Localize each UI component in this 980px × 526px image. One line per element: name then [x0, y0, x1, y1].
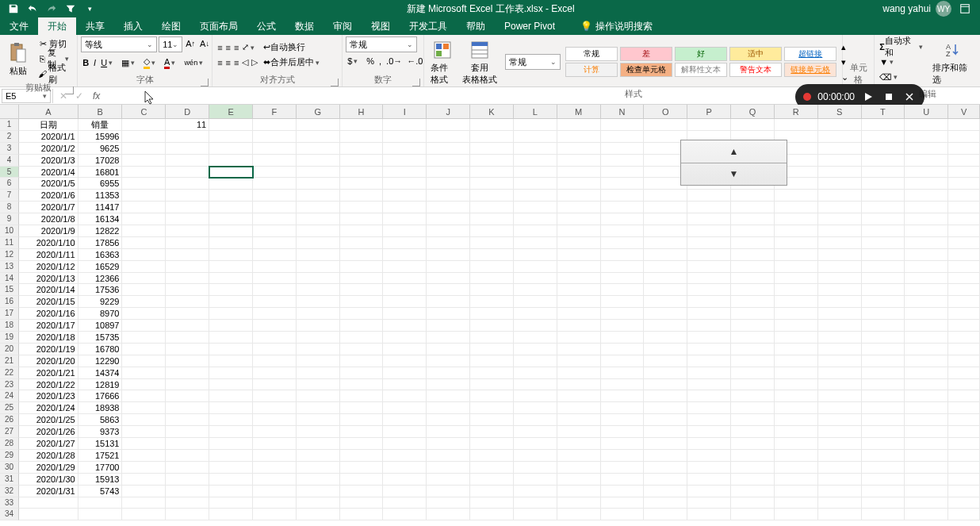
merge-center-button[interactable]: ⬌合并后居中▾ [262, 56, 325, 70]
cell[interactable] [687, 190, 731, 202]
cell[interactable] [166, 344, 209, 355]
cell[interactable] [948, 390, 980, 402]
cell[interactable] [383, 462, 427, 474]
cell[interactable] [253, 320, 297, 332]
cell[interactable]: 11 [166, 119, 209, 131]
cell[interactable]: 2020/1/26 [19, 426, 78, 438]
row-header[interactable]: 33 [0, 497, 19, 509]
cell[interactable] [557, 155, 601, 167]
cell[interactable] [470, 450, 514, 462]
cell[interactable]: 2020/1/15 [19, 296, 78, 308]
cell[interactable] [775, 249, 818, 261]
cell[interactable] [644, 320, 687, 332]
cell[interactable] [427, 202, 470, 213]
cell[interactable] [253, 261, 297, 273]
tab-帮助[interactable]: 帮助 [457, 17, 495, 35]
cell[interactable] [340, 367, 384, 379]
col-header[interactable]: B [78, 105, 123, 119]
cell[interactable]: 2020/1/10 [19, 237, 78, 249]
col-header[interactable]: G [297, 105, 340, 119]
cell[interactable] [383, 190, 427, 202]
cell[interactable] [601, 284, 645, 296]
cell[interactable] [122, 213, 166, 225]
cell[interactable] [601, 261, 645, 273]
cell[interactable] [601, 355, 645, 367]
cell[interactable] [297, 486, 340, 497]
align-top-button[interactable]: ≡ [216, 40, 224, 55]
cell[interactable] [731, 344, 775, 355]
cell[interactable] [427, 426, 470, 438]
cell[interactable] [253, 249, 297, 261]
cell[interactable] [383, 332, 427, 344]
cell[interactable] [514, 474, 557, 486]
style-cell[interactable]: 好 [675, 47, 727, 61]
cell[interactable] [340, 167, 384, 179]
cell[interactable] [731, 249, 775, 261]
cell[interactable] [514, 462, 557, 474]
cell[interactable] [948, 426, 980, 438]
accounting-button[interactable]: $▾ [346, 54, 363, 68]
cell[interactable] [557, 202, 601, 213]
cell[interactable] [687, 273, 731, 285]
cell[interactable] [514, 213, 557, 225]
cell[interactable] [470, 261, 514, 273]
cell[interactable] [297, 296, 340, 308]
tab-开始[interactable]: 开始 [38, 17, 76, 35]
cell[interactable] [383, 426, 427, 438]
cell[interactable] [948, 261, 980, 273]
cell[interactable] [470, 509, 514, 520]
cell[interactable] [775, 426, 818, 438]
cell[interactable] [297, 143, 340, 155]
cell[interactable] [948, 414, 980, 426]
cell[interactable] [731, 355, 775, 367]
cell[interactable]: 销量 [78, 119, 123, 131]
cell[interactable] [775, 332, 818, 344]
cell[interactable] [166, 462, 209, 474]
cell[interactable] [905, 261, 948, 273]
cell[interactable] [818, 273, 862, 285]
cell[interactable] [166, 438, 209, 450]
cell[interactable] [209, 308, 253, 320]
cell[interactable] [644, 450, 687, 462]
cell[interactable] [209, 332, 253, 344]
cell[interactable] [818, 190, 862, 202]
cell[interactable] [122, 155, 166, 167]
cell[interactable] [687, 462, 731, 474]
cell[interactable] [731, 202, 775, 213]
cell[interactable] [122, 344, 166, 355]
paste-button[interactable]: 粘贴 [3, 40, 33, 79]
cell[interactable] [514, 225, 557, 237]
cell[interactable]: 16780 [78, 344, 123, 355]
cell[interactable] [297, 402, 340, 414]
cell[interactable] [514, 167, 557, 179]
cell[interactable] [470, 308, 514, 320]
cell[interactable]: 16363 [78, 249, 123, 261]
cell[interactable] [557, 296, 601, 308]
cell[interactable] [905, 131, 948, 143]
cell[interactable] [601, 486, 645, 497]
cell[interactable] [948, 379, 980, 391]
cell[interactable] [644, 367, 687, 379]
cell[interactable]: 2020/1/18 [19, 332, 78, 344]
cell[interactable] [775, 202, 818, 213]
cell[interactable] [209, 167, 253, 179]
cell[interactable] [731, 462, 775, 474]
cell[interactable] [166, 367, 209, 379]
cell[interactable] [862, 320, 905, 332]
cell[interactable] [514, 202, 557, 213]
cell[interactable] [122, 225, 166, 237]
cell[interactable] [297, 202, 340, 213]
clipboard-launcher[interactable] [66, 86, 74, 94]
cell[interactable]: 10897 [78, 320, 123, 332]
cell[interactable] [862, 143, 905, 155]
cell[interactable] [166, 509, 209, 520]
cell[interactable] [470, 131, 514, 143]
tab-页面布局[interactable]: 页面布局 [190, 17, 247, 35]
cell[interactable] [644, 261, 687, 273]
cell[interactable] [340, 190, 384, 202]
cell[interactable]: 16134 [78, 213, 123, 225]
cell[interactable] [297, 344, 340, 355]
cell[interactable] [775, 379, 818, 391]
cell[interactable] [514, 486, 557, 497]
conditional-formatting-button[interactable]: 条件格式 [427, 36, 457, 87]
